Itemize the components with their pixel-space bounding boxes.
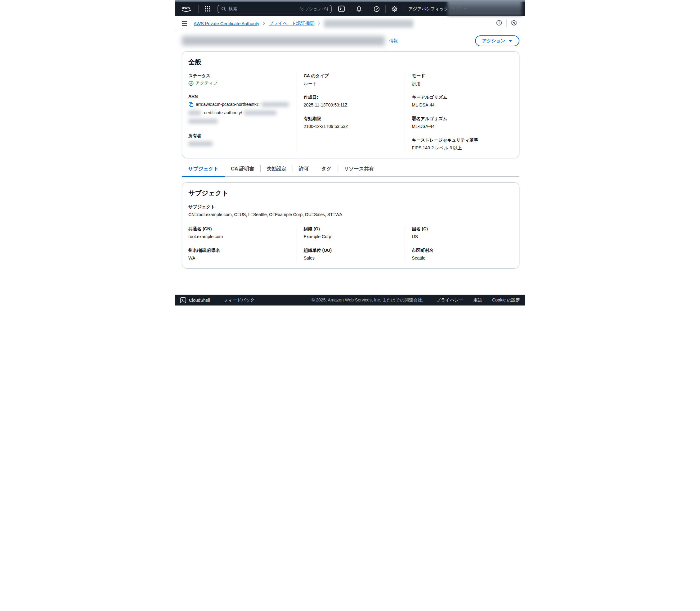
arn-account-redacted — [188, 110, 201, 115]
terms-link[interactable]: 用語 — [473, 297, 482, 303]
arn-label: ARN — [188, 94, 290, 99]
info-icon[interactable] — [496, 20, 502, 27]
resource-explorer-icon[interactable] — [511, 20, 517, 27]
key-storage-value: FIPS 140-2 レベル 3 以上 — [412, 145, 506, 151]
top-navigation-bar: aws 検索 [オプション+S] — [175, 2, 525, 16]
general-column-1: ステータス アクティブ ARN — [188, 73, 296, 152]
breadcrumb: AWS Private Certificate Authority プライベート… — [175, 16, 525, 31]
account-menu-redacted[interactable] — [447, 0, 522, 16]
signing-algorithm-value: ML-DSA-44 — [412, 123, 506, 130]
notifications-bell-icon[interactable] — [354, 6, 364, 12]
page-title-ca-id-redacted — [182, 36, 385, 46]
breadcrumb-private-ca-link[interactable]: プライベート認証機関 — [269, 20, 314, 26]
svg-text:?: ? — [376, 7, 378, 11]
services-grid-icon[interactable] — [202, 6, 213, 12]
general-panel-title: 全般 — [188, 58, 513, 66]
settings-gear-icon[interactable] — [389, 5, 400, 12]
cloudshell-label: CloudShell — [189, 298, 210, 303]
state-field: 州名/都道府県名 WA — [188, 248, 290, 262]
copy-icon[interactable] — [188, 102, 194, 107]
subject-string-value: CN=root.example.com, C=US, L=Seattle, O=… — [188, 211, 513, 218]
key-algorithm-value: ML-DSA-44 — [412, 102, 506, 108]
detail-tabs: サブジェクト CA 証明書 失効設定 許可 タグ リソース共有 — [182, 163, 519, 177]
mode-field: モード 汎用 — [412, 73, 506, 87]
tab-subject[interactable]: サブジェクト — [182, 163, 225, 176]
key-storage-field: キーストレージセキュリティ基準 FIPS 140-2 レベル 3 以上 — [412, 137, 506, 151]
city-value: Seattle — [412, 255, 506, 262]
organization-value: Example Corp — [304, 234, 398, 240]
chevron-right-icon — [318, 21, 321, 26]
arn-account-redacted — [262, 102, 289, 107]
actions-button-label: アクション — [482, 38, 505, 44]
help-icon[interactable]: ? — [371, 6, 382, 12]
created-value: 2025-11-13T09:53:11Z — [304, 102, 398, 108]
global-search-input[interactable]: 検索 [オプション+S] — [217, 5, 332, 13]
mode-label: モード — [412, 73, 506, 79]
page-header: 情報 アクション — [175, 31, 525, 49]
chevron-right-icon — [262, 21, 265, 26]
privacy-link[interactable]: プライバシー — [437, 297, 463, 303]
general-column-3: モード 汎用 キーアルゴリズム ML-DSA-44 署名アルゴリズム ML-DS… — [405, 73, 513, 152]
owner-value-redacted — [188, 141, 213, 146]
general-column-2: CA のタイプ ルート 作成日: 2025-11-13T09:53:11Z 有効… — [296, 73, 405, 152]
cloudshell-button[interactable]: CloudShell — [180, 297, 210, 303]
subject-column-3: 国名 (C) US 市区町村名 Seattle — [405, 226, 513, 262]
side-nav-toggle-icon[interactable] — [182, 21, 187, 26]
expiry-label: 有効期限 — [304, 116, 398, 122]
organizational-unit-field: 組織単位 (OU) Sales — [304, 248, 398, 262]
aws-console-window: aws 検索 [オプション+S] — [175, 0, 525, 306]
breadcrumb-ca-id-redacted — [324, 19, 413, 28]
status-value: アクティブ — [196, 80, 218, 86]
organizational-unit-label: 組織単位 (OU) — [304, 248, 398, 253]
breadcrumb-service-link[interactable]: AWS Private Certificate Authority — [194, 21, 259, 26]
owner-field: 所有者 — [188, 133, 290, 148]
arn-id-redacted — [244, 110, 276, 115]
city-label: 市区町村名 — [412, 248, 506, 253]
actions-dropdown-button[interactable]: アクション — [475, 35, 519, 46]
subject-string-field: サブジェクト CN=root.example.com, C=US, L=Seat… — [188, 204, 513, 218]
info-link[interactable]: 情報 — [389, 38, 398, 44]
arn-value-middle: :certificate-authority/ — [203, 109, 242, 116]
status-field: ステータス アクティブ — [188, 73, 290, 86]
cookie-settings-link[interactable]: Cookie の設定 — [492, 297, 520, 303]
feedback-link[interactable]: フィードバック — [224, 297, 255, 303]
city-field: 市区町村名 Seattle — [412, 248, 506, 262]
subject-column-1: 共通名 (CN) root.example.com 州名/都道府県名 WA — [188, 226, 296, 262]
common-name-value: root.example.com — [188, 234, 290, 240]
organizational-unit-value: Sales — [304, 255, 398, 262]
organization-label: 組織 (O) — [304, 226, 398, 232]
cloudshell-icon[interactable] — [336, 5, 347, 12]
tab-revocation[interactable]: 失効設定 — [260, 163, 293, 176]
state-label: 州名/都道府県名 — [188, 248, 290, 253]
arn-value-prefix: arn:aws:acm-pca:ap-northeast-1: — [196, 101, 259, 108]
copyright-text: © 2025, Amazon Web Services, Inc. またはその関… — [311, 297, 426, 303]
status-badge: アクティブ — [188, 80, 290, 86]
nav-divider — [403, 5, 404, 13]
created-label: 作成日: — [304, 95, 398, 100]
ca-type-label: CA のタイプ — [304, 73, 398, 79]
ca-type-value: ルート — [304, 80, 398, 87]
nav-divider — [350, 5, 350, 13]
nav-divider — [368, 5, 368, 13]
nav-divider — [198, 5, 199, 13]
subject-panel-title: サブジェクト — [188, 189, 513, 197]
tab-permissions[interactable]: 許可 — [293, 163, 315, 176]
aws-logo[interactable]: aws — [179, 5, 195, 13]
arn-id-redacted — [188, 119, 217, 123]
tab-ca-certificate[interactable]: CA 証明書 — [225, 163, 260, 176]
tab-resource-sharing[interactable]: リソース共有 — [338, 163, 380, 176]
key-algorithm-label: キーアルゴリズム — [412, 95, 506, 100]
tab-tags[interactable]: タグ — [315, 163, 338, 176]
key-algorithm-field: キーアルゴリズム ML-DSA-44 — [412, 95, 506, 108]
signing-algorithm-field: 署名アルゴリズム ML-DSA-44 — [412, 116, 506, 130]
expiry-field: 有効期限 2100-12-31T09:53:53Z — [304, 116, 398, 130]
chevron-down-icon — [508, 40, 512, 42]
arn-field: ARN arn:aws:acm-pca:ap-northeast-1: — [188, 94, 290, 125]
search-icon — [221, 6, 226, 12]
organization-field: 組織 (O) Example Corp — [304, 226, 398, 240]
subject-column-2: 組織 (O) Example Corp 組織単位 (OU) Sales — [296, 226, 405, 262]
subject-string-label: サブジェクト — [188, 204, 513, 210]
console-footer: CloudShell フィードバック © 2025, Amazon Web Se… — [175, 295, 525, 306]
country-value: US — [412, 234, 506, 240]
search-shortcut-hint: [オプション+S] — [300, 6, 328, 12]
